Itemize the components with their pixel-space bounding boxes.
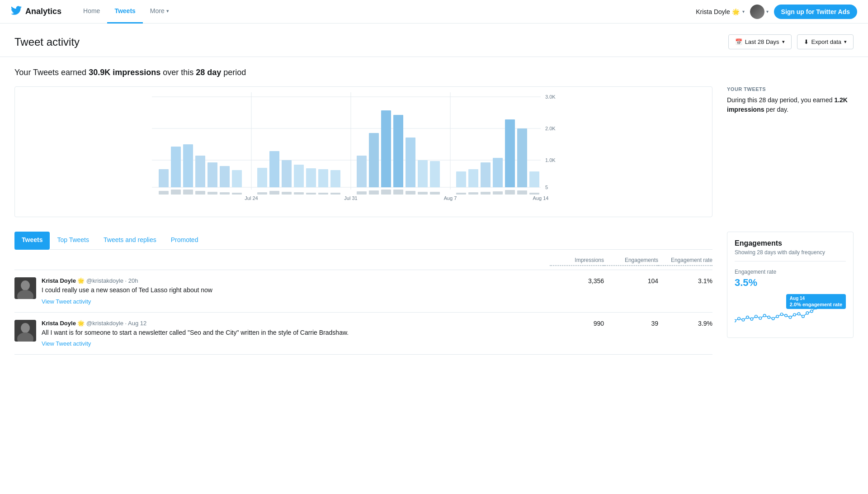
tweet-column-header [14, 257, 550, 266]
svg-rect-64 [505, 190, 515, 195]
more-chevron-icon: ▾ [166, 8, 169, 14]
svg-rect-56 [393, 190, 403, 195]
main-content: Your Tweets earned 30.9K impressions ove… [0, 57, 868, 366]
impressions-header: Impressions [550, 257, 604, 266]
tweet-avatar-2 [14, 320, 36, 342]
svg-rect-61 [468, 192, 478, 195]
svg-rect-19 [269, 151, 279, 187]
svg-rect-22 [306, 168, 316, 187]
navbar: Analytics Home Tweets More ▾ Krista Doyl… [0, 0, 868, 24]
tweet-avatar-1 [14, 277, 36, 299]
svg-text:3.0K: 3.0K [545, 94, 556, 100]
svg-text:Aug 7: Aug 7 [444, 195, 457, 201]
tab-tweets[interactable]: Tweets [14, 232, 50, 250]
svg-point-94 [806, 312, 809, 314]
tab-promoted[interactable]: Promoted [164, 232, 206, 249]
analytics-sidebar: Engagements Showing 28 days with daily f… [727, 232, 854, 355]
brand: Analytics [11, 5, 61, 19]
svg-rect-16 [220, 166, 230, 187]
svg-text:2.0K: 2.0K [545, 126, 556, 131]
svg-point-79 [742, 318, 745, 321]
svg-point-81 [750, 318, 753, 320]
svg-point-95 [810, 310, 813, 313]
tabs-bar: Tweets Top Tweets Tweets and replies Pro… [14, 232, 712, 250]
nav-links: Home Tweets More ▾ [76, 0, 176, 23]
content-section: Tweets Top Tweets Tweets and replies Pro… [14, 232, 854, 355]
svg-rect-13 [183, 144, 193, 187]
engagements-box: Engagements Showing 28 days with daily f… [727, 232, 854, 338]
svg-point-90 [789, 316, 792, 319]
your-tweets-box: YOUR TWEETS During this 28 day period, y… [727, 86, 854, 114]
page-title: Tweet activity [14, 36, 80, 48]
tab-tweets-replies[interactable]: Tweets and replies [96, 232, 164, 249]
date-range-button[interactable]: 📅 Last 28 Days ▾ [728, 34, 792, 49]
user-chevron-icon: ▾ [742, 9, 745, 14]
twitter-bird-icon [11, 5, 22, 19]
svg-point-75 [21, 323, 30, 333]
svg-text:5: 5 [545, 185, 548, 190]
svg-text:1.0K: 1.0K [545, 157, 556, 163]
calendar-icon: 📅 [735, 38, 742, 45]
svg-rect-29 [406, 138, 415, 187]
svg-rect-31 [430, 161, 440, 187]
engagements-header: Engagements [604, 257, 658, 266]
svg-point-78 [738, 317, 741, 320]
svg-point-91 [793, 314, 796, 316]
svg-point-92 [797, 313, 800, 315]
svg-point-86 [772, 317, 774, 320]
user-menu[interactable]: Krista Doyle 🌟 ▾ [696, 8, 744, 15]
svg-rect-37 [517, 128, 527, 187]
tweet-metrics-2: 990 39 3.9% [550, 320, 712, 327]
svg-rect-27 [381, 110, 391, 187]
nav-home[interactable]: Home [76, 0, 107, 24]
engagement-rate-header: Engagement rate [658, 257, 712, 266]
svg-rect-14 [195, 156, 205, 187]
svg-rect-20 [282, 160, 292, 187]
svg-rect-57 [406, 191, 415, 195]
svg-rect-46 [257, 192, 267, 195]
svg-rect-47 [269, 191, 279, 195]
svg-text:Jul 31: Jul 31 [344, 195, 357, 201]
view-tweet-activity-2[interactable]: View Tweet activity [42, 340, 91, 347]
nav-tweets[interactable]: Tweets [107, 0, 142, 24]
svg-rect-18 [257, 168, 267, 187]
view-tweet-activity-1[interactable]: View Tweet activity [42, 298, 91, 305]
svg-rect-66 [529, 193, 539, 195]
tweet-engagement-rate-2: 3.9% [658, 320, 712, 327]
tweet-author-2: Krista Doyle 🌟 @kristakdoyle · Aug 12 [42, 320, 544, 327]
engagement-rate-label: Engagement rate [735, 269, 846, 275]
avatar[interactable] [750, 5, 764, 19]
svg-rect-15 [208, 162, 217, 187]
engagement-rate-value: 3.5% [735, 277, 846, 289]
tweet-text-2: All I want is for someone to start a new… [42, 328, 544, 337]
download-icon: ⬇ [804, 38, 809, 45]
tweet-author-1: Krista Doyle 🌟 @kristakdoyle · 20h [42, 277, 544, 284]
svg-rect-17 [232, 170, 242, 187]
tweet-impressions-2: 990 [550, 320, 604, 327]
signup-button[interactable]: Sign up for Twitter Ads [774, 5, 857, 19]
chart-section: 3.0K 2.0K 1.0K 5 [14, 86, 854, 217]
export-data-button[interactable]: ⬇ Export data ▾ [797, 34, 854, 49]
nav-more[interactable]: More ▾ [143, 0, 176, 24]
svg-rect-40 [171, 190, 181, 195]
svg-point-88 [780, 313, 783, 316]
tweet-row: Krista Doyle 🌟 @kristakdoyle · Aug 12 Al… [14, 313, 712, 355]
svg-rect-65 [517, 190, 527, 195]
table-header: Impressions Engagements Engagement rate [14, 257, 712, 270]
tweet-impressions-1: 3,356 [550, 277, 604, 285]
svg-rect-42 [195, 191, 205, 195]
tab-top-tweets[interactable]: Top Tweets [50, 232, 96, 249]
svg-rect-28 [393, 115, 403, 187]
tweet-engagement-rate-1: 3.1% [658, 277, 712, 285]
svg-rect-43 [208, 192, 217, 195]
avatar-chevron-icon: ▾ [766, 9, 769, 14]
page-header: Tweet activity 📅 Last 28 Days ▾ ⬇ Export… [0, 24, 868, 57]
impressions-summary: Your Tweets earned 30.9K impressions ove… [14, 68, 854, 77]
chart-container: 3.0K 2.0K 1.0K 5 [14, 86, 712, 217]
svg-point-93 [802, 315, 805, 318]
svg-rect-45 [232, 193, 242, 195]
svg-rect-21 [294, 165, 304, 187]
svg-rect-38 [529, 171, 539, 187]
engagements-title: Engagements [735, 239, 846, 247]
tweet-content-2: Krista Doyle 🌟 @kristakdoyle · Aug 12 Al… [42, 320, 544, 347]
